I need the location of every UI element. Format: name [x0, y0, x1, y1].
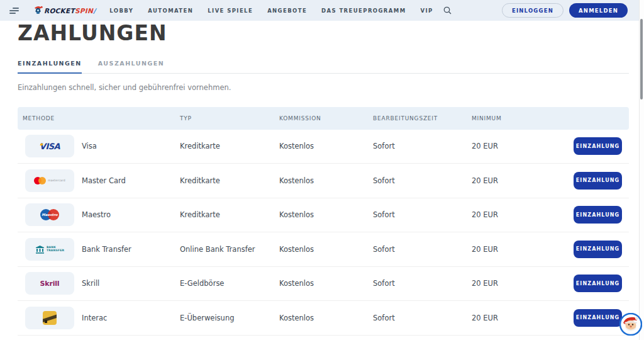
column-header-kommission: KOMMISSION	[279, 115, 373, 122]
method-bearbeitungszeit: Sofort	[373, 245, 472, 254]
method-typ: Kreditkarte	[180, 142, 279, 150]
santa-chat-widget-icon[interactable]	[619, 313, 642, 336]
method-bearbeitungszeit: Sofort	[373, 142, 472, 150]
method-kommission: Kostenlos	[279, 279, 373, 288]
method-bearbeitungszeit: Sofort	[373, 176, 472, 185]
method-minimum: 20 EUR	[472, 279, 574, 288]
deposit-button-maestro[interactable]: EINZAHLUNG	[574, 206, 622, 224]
table-row-interac: Interac E-Überweisung Kostenlos Sofort 2…	[18, 301, 629, 336]
method-minimum: 20 EUR	[472, 314, 574, 322]
method-typ: Kreditkarte	[180, 176, 279, 185]
top-navigation-bar: ROCKETSPIN/ LOBBY AUTOMATEN LIVE SPIELE …	[0, 0, 639, 21]
method-typ: E-Überweisung	[180, 314, 279, 322]
nav-item-live-spiele[interactable]: LIVE SPIELE	[208, 8, 253, 14]
payments-tabs: EINZAHLUNGEN AUSZAHLUNGEN	[18, 60, 629, 74]
method-name: Skrill	[82, 279, 180, 288]
table-row-skrill: Skrill Skrill E-Geldbörse Kostenlos Sofo…	[18, 267, 629, 302]
deposit-button-skrill[interactable]: EINZAHLUNG	[574, 275, 622, 292]
column-header-minimum: MINIMUM	[472, 115, 629, 122]
deposit-button-mastercard[interactable]: EINZAHLUNG	[574, 172, 622, 190]
main-nav: LOBBY AUTOMATEN LIVE SPIELE ANGEBOTE DAS…	[109, 8, 433, 14]
column-header-typ: TYP	[180, 115, 279, 122]
search-icon[interactable]	[443, 6, 452, 14]
deposit-button-bank-transfer[interactable]: EINZAHLUNG	[574, 241, 622, 258]
method-minimum: 20 EUR	[472, 142, 574, 150]
page-description: Einzahlungen schnell, sicher und gebühre…	[18, 83, 629, 92]
login-button[interactable]: EINLOGGEN	[502, 3, 564, 18]
column-header-bearbeitungszeit: BEARBEITUNGSZEIT	[373, 115, 472, 122]
method-typ: E-Geldbörse	[180, 279, 279, 288]
page-title: ZAHLUNGEN	[18, 23, 629, 45]
method-name: Master Card	[82, 176, 180, 185]
hamburger-menu-icon[interactable]	[9, 6, 21, 15]
nav-item-treueprogramm[interactable]: DAS TREUEPROGRAMM	[321, 8, 406, 14]
nav-item-vip[interactable]: VIP	[421, 8, 433, 14]
method-bearbeitungszeit: Sofort	[373, 210, 472, 219]
skrill-logo: Skrill	[25, 272, 74, 295]
tab-auszahlungen[interactable]: AUSZAHLUNGEN	[98, 60, 164, 73]
rocket-santa-icon	[33, 5, 43, 16]
table-row-mastercard: mastercard Master Card Kreditkarte Koste…	[18, 164, 629, 198]
scrollbar-track[interactable]	[639, 0, 644, 340]
column-header-methode: METHODE	[23, 115, 180, 122]
method-kommission: Kostenlos	[279, 314, 373, 322]
method-name: Visa	[82, 142, 180, 150]
method-name: Bank Transfer	[82, 245, 180, 254]
rocketspin-logo[interactable]: ROCKETSPIN/	[33, 5, 96, 16]
deposit-button-interac[interactable]: EINZAHLUNG	[574, 309, 622, 327]
mastercard-logo: mastercard	[25, 169, 74, 192]
method-kommission: Kostenlos	[279, 245, 373, 254]
bank-transfer-logo: BANKTRANSFER	[25, 238, 74, 261]
method-kommission: Kostenlos	[279, 142, 373, 150]
table-row-bank-transfer: BANKTRANSFER Bank Transfer Online Bank T…	[18, 232, 629, 267]
method-bearbeitungszeit: Sofort	[373, 314, 472, 322]
signup-button[interactable]: ANMELDEN	[569, 3, 628, 18]
interac-logo	[25, 307, 74, 329]
method-minimum: 20 EUR	[472, 176, 574, 185]
table-row-maestro: Maestro Maestro Kreditkarte Kostenlos So…	[18, 198, 629, 233]
visa-logo: VISA	[25, 135, 74, 157]
table-header-row: METHODE TYP KOMMISSION BEARBEITUNGSZEIT …	[18, 107, 629, 130]
method-typ: Online Bank Transfer	[180, 245, 279, 254]
nav-item-automaten[interactable]: AUTOMATEN	[148, 8, 193, 14]
method-typ: Kreditkarte	[180, 210, 279, 219]
method-name: Interac	[82, 314, 180, 322]
deposit-button-visa[interactable]: EINZAHLUNG	[574, 137, 622, 155]
table-row-visa: VISA Visa Kreditkarte Kostenlos Sofort 2…	[18, 130, 629, 164]
method-minimum: 20 EUR	[472, 210, 574, 219]
method-name: Maestro	[82, 210, 180, 219]
method-bearbeitungszeit: Sofort	[373, 279, 472, 288]
method-kommission: Kostenlos	[279, 176, 373, 185]
nav-item-lobby[interactable]: LOBBY	[109, 8, 133, 14]
scrollbar-thumb[interactable]	[640, 19, 643, 99]
method-kommission: Kostenlos	[279, 210, 373, 219]
tab-einzahlungen[interactable]: EINZAHLUNGEN	[18, 60, 82, 74]
logo-wordmark: ROCKETSPIN/	[44, 7, 96, 14]
payment-methods-table: METHODE TYP KOMMISSION BEARBEITUNGSZEIT …	[18, 107, 629, 336]
maestro-logo: Maestro	[25, 203, 74, 226]
payments-page: ZAHLUNGEN EINZAHLUNGEN AUSZAHLUNGEN Einz…	[18, 21, 629, 336]
nav-item-angebote[interactable]: ANGEBOTE	[267, 8, 307, 14]
method-minimum: 20 EUR	[472, 245, 574, 254]
bank-building-icon	[35, 245, 45, 254]
